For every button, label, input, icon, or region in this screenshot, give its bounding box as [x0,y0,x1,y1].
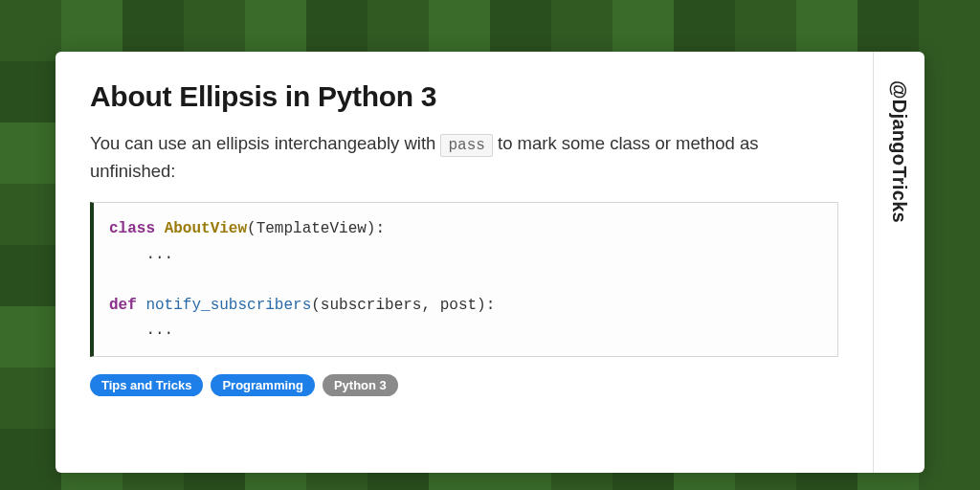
code-ellipsis-1: ... [109,246,173,263]
description-text-pre: You can use an ellipsis interchangeably … [90,133,440,153]
author-handle: @DjangoTricks [888,80,910,223]
tag-list: Tips and Tricks Programming Python 3 [90,374,838,396]
keyword-class: class [109,220,155,237]
page-title: About Ellipsis in Python 3 [90,80,838,113]
tag-tips-and-tricks[interactable]: Tips and Tricks [90,374,203,396]
tag-programming[interactable]: Programming [211,374,315,396]
content-card: About Ellipsis in Python 3 You can use a… [56,52,924,473]
class-name: AboutView [165,220,247,237]
main-column: About Ellipsis in Python 3 You can use a… [56,52,873,473]
class-signature-rest: (TemplateView): [247,220,385,237]
inline-code-pass: pass [440,134,492,157]
keyword-def: def [109,297,137,314]
code-ellipsis-2: ... [109,322,173,339]
function-name: notify_subscribers [137,297,311,314]
tag-python-3[interactable]: Python 3 [323,374,398,396]
code-block: class AboutView(TemplateView): ... def n… [90,202,838,357]
side-column: @DjangoTricks [873,52,924,473]
description: You can use an ellipsis interchangeably … [90,130,838,185]
function-signature-rest: (subscribers, post): [311,297,495,314]
